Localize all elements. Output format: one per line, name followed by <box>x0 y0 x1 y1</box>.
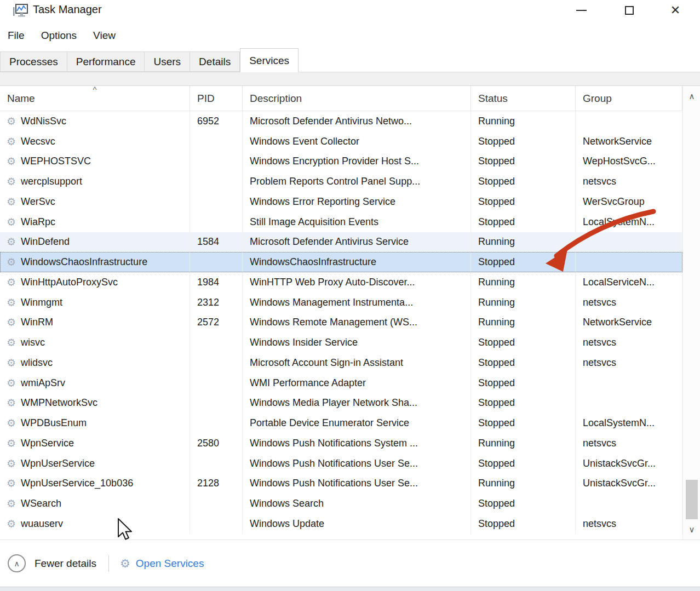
service-status-cell: Stopped <box>471 152 576 172</box>
service-description-cell: Still Image Acquisition Events <box>243 212 471 232</box>
service-gear-icon: ⚙ <box>7 378 16 388</box>
service-pid-cell: 2312 <box>190 292 243 313</box>
service-row-windowschaosinfrastructure[interactable]: ⚙WindowsChaosInfrastructureWindowsChaosI… <box>0 252 682 272</box>
minimize-button[interactable] <box>569 0 594 21</box>
service-description-cell: Windows Insider Service <box>243 332 471 353</box>
column-label: Description <box>250 93 302 105</box>
column-header-group[interactable]: Group <box>576 86 682 111</box>
service-row-wmiapsrv[interactable]: ⚙wmiApSrvWMI Performance AdapterStopped <box>0 373 682 393</box>
service-name-cell: ⚙wmiApSrv <box>0 373 190 393</box>
service-description-cell: WinHTTP Web Proxy Auto-Discover... <box>243 272 471 292</box>
service-name: wercplsupport <box>21 176 82 187</box>
service-row-wpdbusenum[interactable]: ⚙WPDBusEnumPortable Device Enumerator Se… <box>0 413 682 433</box>
service-group-cell: UnistackSvcGr... <box>576 454 682 474</box>
service-status-cell: Running <box>471 272 576 292</box>
service-name: WPDBusEnum <box>21 417 87 429</box>
service-description-cell: Windows Event Collector <box>243 131 471 152</box>
service-row-wephostsvc[interactable]: ⚙WEPHOSTSVCWindows Encryption Provider H… <box>0 152 682 172</box>
service-description-cell: Windows Push Notifications System ... <box>243 433 471 454</box>
column-header-pid[interactable]: PID <box>190 86 243 111</box>
service-name-cell: ⚙WiaRpc <box>0 212 190 232</box>
scroll-down-icon[interactable]: ∨ <box>683 521 700 538</box>
service-row-wersvc[interactable]: ⚙WerSvcWindows Error Reporting ServiceSt… <box>0 192 682 212</box>
vertical-scrollbar[interactable]: ∧ ∨ <box>682 86 700 540</box>
service-row-wisvc[interactable]: ⚙wisvcWindows Insider ServiceStoppednets… <box>0 332 682 353</box>
service-status-cell: Stopped <box>471 373 576 393</box>
service-pid-cell <box>190 413 243 433</box>
service-row-wlidsvc[interactable]: ⚙wlidsvcMicrosoft Account Sign-in Assist… <box>0 353 682 373</box>
maximize-button[interactable] <box>617 0 642 21</box>
service-name: WdNisSvc <box>21 116 66 127</box>
task-manager-app-icon <box>12 3 28 19</box>
service-description-cell: WMI Performance Adapter <box>243 373 471 393</box>
service-gear-icon: ⚙ <box>7 519 16 529</box>
service-name-cell: ⚙WerSvc <box>0 192 190 212</box>
service-name: WinRM <box>21 317 53 328</box>
close-button[interactable]: ✕ <box>663 0 688 21</box>
service-pid-cell: 1984 <box>190 272 243 292</box>
service-row-wercplsupport[interactable]: ⚙wercplsupportProblem Reports Control Pa… <box>0 171 682 192</box>
chevron-up-circle-icon: ∧ <box>8 554 26 572</box>
service-row-wpnservice[interactable]: ⚙WpnService2580Windows Push Notification… <box>0 433 682 454</box>
service-name: wuauserv <box>21 518 63 530</box>
tab-services[interactable]: Services <box>240 48 299 72</box>
tab-details[interactable]: Details <box>190 51 240 72</box>
column-header-status[interactable]: Status <box>471 86 576 111</box>
service-group-cell <box>576 393 682 414</box>
service-status-cell: Running <box>471 313 576 333</box>
service-row-wiarpc[interactable]: ⚙WiaRpcStill Image Acquisition EventsSto… <box>0 212 682 232</box>
service-group-cell: netsvcs <box>576 332 682 353</box>
service-row-windefend[interactable]: ⚙WinDefend1584Microsoft Defender Antivir… <box>0 232 682 253</box>
service-group-cell <box>576 252 682 272</box>
service-row-wpnuserservice[interactable]: ⚙WpnUserServiceWindows Push Notification… <box>0 454 682 474</box>
service-group-cell <box>576 494 682 514</box>
service-row-winhttpautoproxysvc[interactable]: ⚙WinHttpAutoProxySvc1984WinHTTP Web Prox… <box>0 272 682 292</box>
service-row-winmgmt[interactable]: ⚙Winmgmt2312Windows Management Instrumen… <box>0 292 682 313</box>
service-pid-cell <box>190 252 243 272</box>
service-gear-icon: ⚙ <box>7 498 16 509</box>
service-row-winrm[interactable]: ⚙WinRM2572Windows Remote Management (WS.… <box>0 313 682 333</box>
menu-item-options[interactable]: Options <box>41 30 77 42</box>
service-name: WEPHOSTSVC <box>21 156 91 167</box>
service-group-cell <box>576 373 682 393</box>
task-manager-window: Task Manager ✕ FileOptionsView Processes… <box>0 0 700 591</box>
service-row-wmpnetworksvc[interactable]: ⚙WMPNetworkSvcWindows Media Player Netwo… <box>0 393 682 414</box>
service-pid-cell: 2580 <box>190 433 243 454</box>
column-header-description[interactable]: Description <box>243 86 471 111</box>
service-description-cell: Windows Push Notifications User Se... <box>243 474 471 494</box>
service-gear-icon: ⚙ <box>7 197 16 207</box>
service-row-wecsvc[interactable]: ⚙WecsvcWindows Event CollectorStoppedNet… <box>0 131 682 152</box>
service-gear-icon: ⚙ <box>7 337 16 348</box>
maximize-icon <box>625 6 634 15</box>
open-services-link[interactable]: ⚙ Open Services <box>120 558 204 570</box>
column-header-name[interactable]: Name^ <box>0 86 190 111</box>
service-gear-icon: ⚙ <box>7 418 16 428</box>
service-name: wmiApSrv <box>21 377 65 389</box>
scrollbar-thumb[interactable] <box>686 480 698 519</box>
service-pid-cell <box>190 192 243 212</box>
service-row-wdnissvc[interactable]: ⚙WdNisSvc6952Microsoft Defender Antiviru… <box>0 111 682 131</box>
tab-performance[interactable]: Performance <box>67 51 145 72</box>
service-row-wpnuserservice-10b036[interactable]: ⚙WpnUserService_10b0362128Windows Push N… <box>0 474 682 494</box>
service-name-cell: ⚙wuauserv <box>0 514 190 534</box>
tab-processes[interactable]: Processes <box>0 51 67 72</box>
fewer-details-button[interactable]: ∧ Fewer details <box>8 554 96 572</box>
service-group-cell: netsvcs <box>576 292 682 313</box>
service-group-cell: netsvcs <box>576 171 682 192</box>
service-pid-cell <box>190 494 243 514</box>
service-name-cell: ⚙WpnService <box>0 433 190 454</box>
service-name: WinDefend <box>21 236 70 248</box>
service-status-cell: Stopped <box>471 353 576 373</box>
column-label: Name <box>7 93 35 105</box>
scroll-up-icon[interactable]: ∧ <box>683 88 700 105</box>
service-gear-icon: ⚙ <box>7 478 16 489</box>
service-row-wuauserv[interactable]: ⚙wuauservWindows UpdateStoppednetsvcs <box>0 514 682 534</box>
menu-item-file[interactable]: File <box>8 30 25 42</box>
tab-users[interactable]: Users <box>145 51 190 72</box>
table-header: Name^PIDDescriptionStatusGroup <box>0 86 682 111</box>
menu-item-view[interactable]: View <box>93 30 116 42</box>
service-name: wisvc <box>21 337 45 348</box>
service-status-cell: Running <box>471 474 576 494</box>
service-row-wsearch[interactable]: ⚙WSearchWindows SearchStopped <box>0 494 682 514</box>
service-gear-icon: ⚙ <box>7 217 16 227</box>
